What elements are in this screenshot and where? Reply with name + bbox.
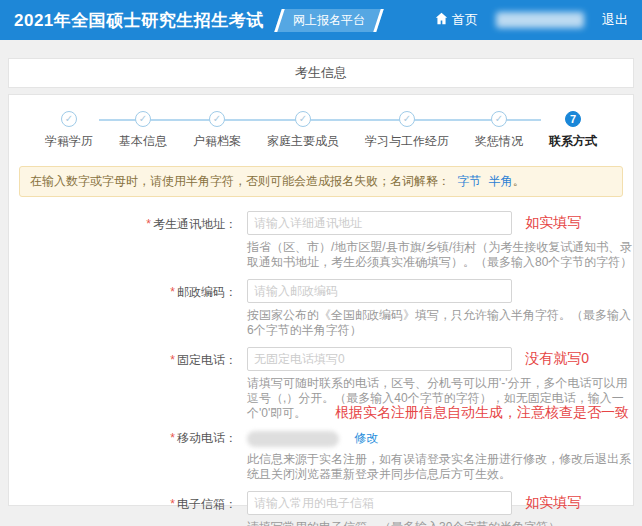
step-label: 基本信息 <box>119 133 167 150</box>
address-input[interactable] <box>247 211 512 235</box>
required-marker: * <box>170 285 175 299</box>
app-header: 2021年全国硕士研究生招生考试 网上报名平台 首页 退出 <box>0 0 642 40</box>
username-redacted <box>496 12 584 28</box>
notice-suffix: 。 <box>513 174 525 188</box>
halfwidth-definition-link[interactable]: 半角 <box>489 174 513 188</box>
email-label: *电子信箱： <box>9 491 247 526</box>
landline-row: *固定电话： 没有就写0 请填写可随时联系的电话，区号、分机号可以用'-'分开，… <box>9 347 633 421</box>
step-label: 学籍学历 <box>45 133 93 150</box>
page-title: 考生信息 <box>295 64 347 82</box>
address-label: *考生通讯地址： <box>9 211 247 270</box>
step-done-icon: ✓ <box>61 111 77 127</box>
step-xueji-xueli[interactable]: ✓ 学籍学历 <box>45 111 93 150</box>
section-title-bar: 考生信息 <box>8 58 634 88</box>
step-xuexi-jingli[interactable]: ✓ 学习与工作经历 <box>365 111 449 150</box>
notice-text: 在输入数字或字母时，请使用半角字符，否则可能会造成报名失败；名词解释： <box>30 174 450 188</box>
required-marker: * <box>170 431 175 445</box>
step-label: 奖惩情况 <box>475 133 523 150</box>
mobile-autofill-annotation: 根据实名注册信息自动生成，注意核查是否一致 <box>335 404 629 422</box>
step-done-icon: ✓ <box>491 111 507 127</box>
step-done-icon: ✓ <box>295 111 311 127</box>
email-annotation: 如实填写 <box>525 494 581 510</box>
step-lianxi-fangshi[interactable]: 7 联系方式 <box>549 111 597 150</box>
step-jiating-chengyuan[interactable]: ✓ 家庭主要成员 <box>267 111 339 150</box>
email-input[interactable] <box>247 491 512 515</box>
postcode-label: *邮政编码： <box>9 279 247 338</box>
mobile-row: *移动电话： 修改 此信息来源于实名注册，如有误请登录实名注册进行修改，修改后退… <box>9 430 633 482</box>
home-icon <box>435 12 448 28</box>
step-label: 户籍档案 <box>193 133 241 150</box>
step-done-icon: ✓ <box>399 111 415 127</box>
home-link[interactable]: 首页 <box>435 11 478 29</box>
step-jiangcheng-qingkuang[interactable]: ✓ 奖惩情况 <box>475 111 523 150</box>
postcode-row: *邮政编码： 按国家公布的《全国邮政编码》填写，只允许输入半角字符。（最多输入6… <box>9 279 633 338</box>
step-label: 家庭主要成员 <box>267 133 339 150</box>
postcode-help: 按国家公布的《全国邮政编码》填写，只允许输入半角字符。（最多输入6个字节的半角字… <box>247 308 633 338</box>
address-annotation: 如实填写 <box>525 214 581 230</box>
step-label: 联系方式 <box>549 133 597 150</box>
contact-form: *考生通讯地址： 如实填写 指省（区、市）/地市区盟/县市旗/乡镇/街村（为考生… <box>9 211 633 526</box>
byte-definition-link[interactable]: 字节 <box>457 174 481 188</box>
home-link-label: 首页 <box>452 11 478 29</box>
email-row: *电子信箱： 如实填写 请填写常用的电子信箱。（最多输入30个字节的半角字符） <box>9 491 633 526</box>
halfwidth-notice: 在输入数字或字母时，请使用半角字符，否则可能会造成报名失败；名词解释： 字节 半… <box>19 166 623 197</box>
address-row: *考生通讯地址： 如实填写 指省（区、市）/地市区盟/县市旗/乡镇/街村（为考生… <box>9 211 633 270</box>
main-card: ✓ 学籍学历 ✓ 基本信息 ✓ 户籍档案 ✓ 家庭主要成员 ✓ 学习与工作经历 … <box>8 94 634 506</box>
app-title: 2021年全国硕士研究生招生考试 <box>14 9 264 32</box>
platform-badge-label: 网上报名平台 <box>293 12 365 29</box>
step-jiben-xinxi[interactable]: ✓ 基本信息 <box>119 111 167 150</box>
step-progress: ✓ 学籍学历 ✓ 基本信息 ✓ 户籍档案 ✓ 家庭主要成员 ✓ 学习与工作经历 … <box>9 111 633 150</box>
required-marker: * <box>170 353 175 367</box>
step-label: 学习与工作经历 <box>365 133 449 150</box>
email-help: 请填写常用的电子信箱。（最多输入30个字节的半角字符） <box>247 520 633 526</box>
landline-annotation: 没有就写0 <box>525 350 589 366</box>
step-done-icon: ✓ <box>135 111 151 127</box>
required-marker: * <box>170 497 175 511</box>
landline-input[interactable] <box>247 347 512 371</box>
mobile-help: 此信息来源于实名注册，如有误请登录实名注册进行修改，修改后退出系统且关闭浏览器重… <box>247 452 633 482</box>
step-number: 7 <box>565 111 581 127</box>
required-marker: * <box>146 217 151 231</box>
mobile-label: *移动电话： <box>9 430 247 482</box>
mobile-number-redacted <box>247 431 339 447</box>
logout-link[interactable]: 退出 <box>602 11 628 29</box>
step-huji-dangan[interactable]: ✓ 户籍档案 <box>193 111 241 150</box>
postcode-input[interactable] <box>247 279 512 303</box>
address-help: 指省（区、市）/地市区盟/县市旗/乡镇/街村（为考生接收复试通知书、录取通知书地… <box>247 240 633 270</box>
mobile-edit-link[interactable]: 修改 <box>354 431 378 445</box>
landline-label: *固定电话： <box>9 347 247 421</box>
step-done-icon: ✓ <box>209 111 225 127</box>
platform-badge: 网上报名平台 <box>274 9 383 32</box>
